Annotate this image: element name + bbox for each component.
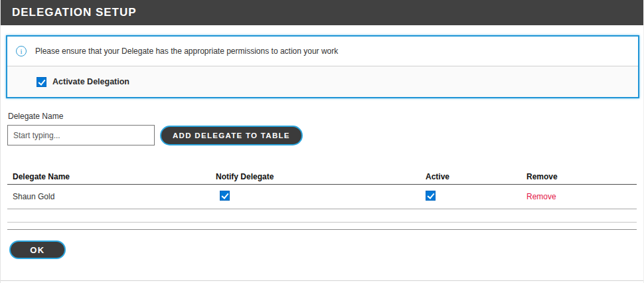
page-title: DELEGATION SETUP: [1, 6, 137, 19]
page-bottom-border: [1, 280, 643, 281]
ok-button[interactable]: OK: [9, 240, 66, 259]
column-header-remove: Remove: [525, 172, 637, 181]
column-header-notify-delegate: Notify Delegate: [214, 172, 426, 181]
info-icon: i: [16, 46, 27, 56]
remove-cell: Remove: [525, 192, 637, 201]
table-bottom-spacer: [7, 223, 637, 229]
notice-row: i Please ensure that your Delegate has t…: [7, 37, 638, 66]
delegate-name-label: Delegate Name: [8, 112, 63, 121]
delegate-name-input[interactable]: [7, 125, 155, 145]
delegates-table: Delegate Name Notify Delegate Active Rem…: [7, 169, 637, 230]
remove-link[interactable]: Remove: [526, 192, 556, 201]
titlebar: DELEGATION SETUP: [1, 0, 643, 25]
add-delegate-button[interactable]: ADD DELEGATE TO TABLE: [160, 126, 303, 145]
activate-delegation-row: Activate Delegation: [7, 66, 638, 97]
delegate-name-cell: Shaun Gold: [7, 192, 214, 201]
active-cell: [426, 191, 525, 203]
notify-delegate-cell: [214, 191, 426, 203]
table-bottom-border: [7, 229, 637, 230]
activate-delegation-label: Activate Delegation: [52, 77, 129, 86]
column-header-delegate-name: Delegate Name: [7, 172, 214, 181]
column-header-active: Active: [426, 172, 525, 181]
notice-panel: i Please ensure that your Delegate has t…: [6, 35, 639, 98]
delegation-setup-page: DELEGATION SETUP i Please ensure that yo…: [0, 0, 644, 283]
active-checkbox[interactable]: [426, 191, 436, 201]
table-header-row: Delegate Name Notify Delegate Active Rem…: [7, 169, 637, 184]
table-empty-row: [7, 209, 637, 222]
table-row: Shaun Gold Remove: [7, 185, 637, 209]
activate-delegation-checkbox[interactable]: [37, 77, 46, 87]
notify-delegate-checkbox[interactable]: [220, 191, 230, 201]
notice-message: Please ensure that your Delegate has the…: [35, 47, 338, 56]
